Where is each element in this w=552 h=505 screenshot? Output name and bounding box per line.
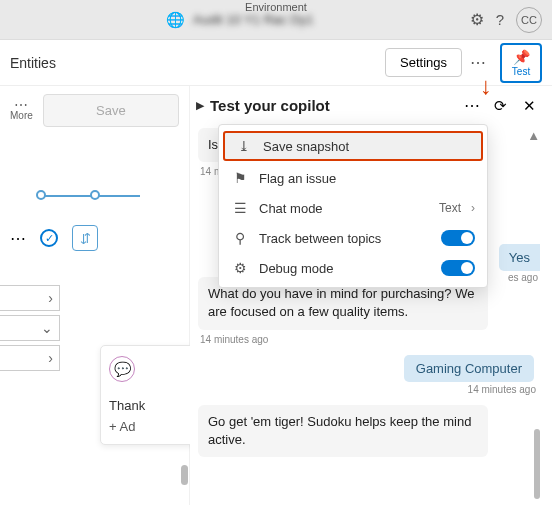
more-commands-button[interactable]: ⋯ <box>462 49 494 76</box>
test-pane-menu: ⤓ Save snapshot ⚑ Flag an issue ☰ Chat m… <box>218 124 488 288</box>
settings-button[interactable]: Settings <box>385 48 462 77</box>
menu-chat-mode[interactable]: ☰ Chat mode Text › <box>219 193 487 223</box>
timeline-node[interactable] <box>36 190 46 200</box>
option-row[interactable]: › <box>0 285 60 311</box>
chevron-down-icon: ⌄ <box>41 320 53 336</box>
chat-icon: ☰ <box>231 200 249 216</box>
track-icon: ⚲ <box>231 230 249 246</box>
flag-icon: ⚑ <box>231 170 249 186</box>
scroll-up-icon[interactable]: ▲ <box>527 128 540 143</box>
scrollbar-thumb[interactable] <box>534 429 540 499</box>
authoring-canvas: ⋯ More Save ⋯ ✓ ⇵ › ⌄ › 💬 Thank <box>0 86 190 505</box>
more-button[interactable]: ⋯ More <box>10 100 33 121</box>
download-icon: ⤓ <box>235 138 253 154</box>
timeline-node[interactable] <box>90 190 100 200</box>
menu-track-topics[interactable]: ⚲ Track between topics <box>219 223 487 253</box>
test-button[interactable]: 📌 Test <box>500 43 542 83</box>
close-icon[interactable]: ✕ <box>517 95 542 117</box>
test-pane-more-button[interactable]: ⋯ <box>460 94 484 117</box>
scrollbar-thumb[interactable] <box>181 465 188 485</box>
option-row[interactable]: ⌄ <box>0 315 60 341</box>
message-node[interactable]: 💬 Thank + Ad <box>100 345 195 445</box>
environment-picker[interactable]: 🌐 Audit 10 Y1 Rac Dy1 <box>10 11 470 29</box>
menu-flag-issue[interactable]: ⚑ Flag an issue <box>219 163 487 193</box>
top-bar: 🌐 Audit 10 Y1 Rac Dy1 Environment ⚙ ? CC <box>0 0 552 40</box>
timestamp: 14 minutes ago <box>200 334 536 345</box>
save-button[interactable]: Save <box>43 94 179 127</box>
chevron-right-icon: › <box>471 201 475 215</box>
environment-label: Environment <box>245 1 307 13</box>
environment-name: Audit 10 Y1 Rac Dy1 <box>193 12 313 27</box>
branch-icon[interactable]: ⇵ <box>72 225 98 251</box>
message-icon: 💬 <box>109 356 135 382</box>
bot-message: Go get 'em tiger! Sudoku helps keep the … <box>198 405 488 457</box>
command-bar: Entities Settings ⋯ 📌 Test <box>0 40 552 86</box>
globe-icon: 🌐 <box>166 11 185 29</box>
timestamp: 14 minutes ago <box>200 384 536 395</box>
test-pane-title: Test your copilot <box>210 97 454 114</box>
menu-save-snapshot[interactable]: ⤓ Save snapshot <box>223 131 483 161</box>
track-toggle[interactable] <box>441 230 475 246</box>
help-icon[interactable]: ? <box>496 11 504 28</box>
user-message: Gaming Computer <box>404 355 534 382</box>
pin-icon: 📌 <box>513 49 530 65</box>
avatar[interactable]: CC <box>516 7 542 33</box>
test-copilot-pane: ↓ ▶ Test your copilot ⋯ ⟳ ✕ ▲ Is that 14… <box>190 86 552 505</box>
refresh-icon[interactable]: ⟳ <box>490 95 511 117</box>
check-icon: ✓ <box>40 229 58 247</box>
add-button[interactable]: + Ad <box>109 419 186 434</box>
option-row[interactable]: › <box>0 345 60 371</box>
gear-icon[interactable]: ⚙ <box>470 10 484 29</box>
collapse-caret-icon[interactable]: ▶ <box>196 99 204 112</box>
debug-toggle[interactable] <box>441 260 475 276</box>
message-text: Thank <box>109 398 186 413</box>
menu-debug-mode[interactable]: ⚙ Debug mode <box>219 253 487 283</box>
user-message: Yes <box>499 244 540 271</box>
page-title: Entities <box>10 55 56 71</box>
debug-icon: ⚙ <box>231 260 249 276</box>
timeline-bar <box>40 195 140 197</box>
timestamp: es ago <box>508 272 538 283</box>
node-more-button[interactable]: ⋯ <box>10 229 26 248</box>
